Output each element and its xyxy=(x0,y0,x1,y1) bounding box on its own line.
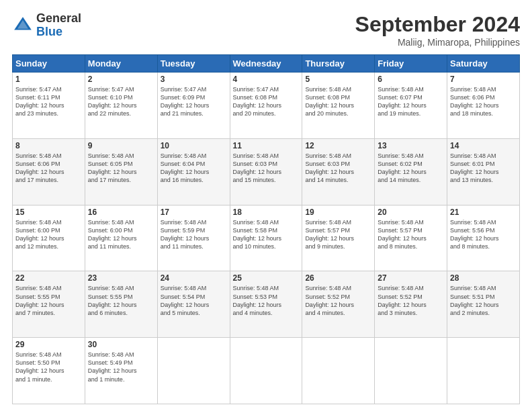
cell-2: 2 Sunrise: 5:47 AMSunset: 6:10 PMDayligh… xyxy=(85,73,157,139)
col-tuesday: Tuesday xyxy=(157,55,230,73)
cell-6: 6 Sunrise: 5:48 AMSunset: 6:07 PMDayligh… xyxy=(375,73,447,139)
cell-17: 17 Sunrise: 5:48 AMSunset: 5:59 PMDaylig… xyxy=(157,205,230,271)
calendar-row-2: 8 Sunrise: 5:48 AMSunset: 6:06 PMDayligh… xyxy=(13,138,520,205)
cell-empty-3 xyxy=(302,338,375,404)
cell-7: 7 Sunrise: 5:48 AMSunset: 6:06 PMDayligh… xyxy=(447,73,520,139)
calendar-row-1: 1 Sunrise: 5:47 AMSunset: 6:11 PMDayligh… xyxy=(13,73,520,139)
cell-15: 15 Sunrise: 5:48 AMSunset: 6:00 PMDaylig… xyxy=(13,205,85,271)
cell-13: 13 Sunrise: 5:48 AMSunset: 6:02 PMDaylig… xyxy=(375,138,447,205)
cell-14: 14 Sunrise: 5:48 AMSunset: 6:01 PMDaylig… xyxy=(447,138,520,205)
col-thursday: Thursday xyxy=(302,55,375,73)
cell-22: 22 Sunrise: 5:48 AMSunset: 5:55 PMDaylig… xyxy=(13,271,85,338)
location: Maliig, Mimaropa, Philippines xyxy=(355,37,520,48)
cell-28: 28 Sunrise: 5:48 AMSunset: 5:51 PMDaylig… xyxy=(447,271,520,338)
cell-empty-5 xyxy=(447,338,520,404)
calendar-row-4: 22 Sunrise: 5:48 AMSunset: 5:55 PMDaylig… xyxy=(13,271,520,338)
cell-30: 30 Sunrise: 5:48 AMSunset: 5:49 PMDaylig… xyxy=(85,338,157,404)
col-friday: Friday xyxy=(375,55,447,73)
cell-8: 8 Sunrise: 5:48 AMSunset: 6:06 PMDayligh… xyxy=(13,138,85,205)
logo-blue-text: Blue xyxy=(36,26,81,39)
cell-3: 3 Sunrise: 5:47 AMSunset: 6:09 PMDayligh… xyxy=(157,73,230,139)
cell-18: 18 Sunrise: 5:48 AMSunset: 5:58 PMDaylig… xyxy=(230,205,302,271)
cell-19: 19 Sunrise: 5:48 AMSunset: 5:57 PMDaylig… xyxy=(302,205,375,271)
cell-12: 12 Sunrise: 5:48 AMSunset: 6:03 PMDaylig… xyxy=(302,138,375,205)
header: General Blue September 2024 Maliig, Mima… xyxy=(12,12,520,48)
cell-4: 4 Sunrise: 5:47 AMSunset: 6:08 PMDayligh… xyxy=(230,73,302,139)
cell-5: 5 Sunrise: 5:48 AMSunset: 6:08 PMDayligh… xyxy=(302,73,375,139)
calendar-header-row: Sunday Monday Tuesday Wednesday Thursday… xyxy=(13,55,520,73)
cell-27: 27 Sunrise: 5:48 AMSunset: 5:52 PMDaylig… xyxy=(375,271,447,338)
logo-general-text: General xyxy=(36,12,81,26)
cell-empty-2 xyxy=(230,338,302,404)
cell-empty-1 xyxy=(157,338,230,404)
logo: General Blue xyxy=(12,12,81,39)
col-sunday: Sunday xyxy=(13,55,85,73)
cell-20: 20 Sunrise: 5:48 AMSunset: 5:57 PMDaylig… xyxy=(375,205,447,271)
cell-21: 21 Sunrise: 5:48 AMSunset: 5:56 PMDaylig… xyxy=(447,205,520,271)
page: General Blue September 2024 Maliig, Mima… xyxy=(0,0,532,411)
cell-24: 24 Sunrise: 5:48 AMSunset: 5:54 PMDaylig… xyxy=(157,271,230,338)
cell-25: 25 Sunrise: 5:48 AMSunset: 5:53 PMDaylig… xyxy=(230,271,302,338)
cell-1: 1 Sunrise: 5:47 AMSunset: 6:11 PMDayligh… xyxy=(13,73,85,139)
cell-10: 10 Sunrise: 5:48 AMSunset: 6:04 PMDaylig… xyxy=(157,138,230,205)
cell-29: 29 Sunrise: 5:48 AMSunset: 5:50 PMDaylig… xyxy=(13,338,85,404)
cell-9: 9 Sunrise: 5:48 AMSunset: 6:05 PMDayligh… xyxy=(85,138,157,205)
cell-23: 23 Sunrise: 5:48 AMSunset: 5:55 PMDaylig… xyxy=(85,271,157,338)
month-year: September 2024 xyxy=(355,12,520,37)
logo-text: General Blue xyxy=(36,12,81,39)
col-wednesday: Wednesday xyxy=(230,55,302,73)
cell-16: 16 Sunrise: 5:48 AMSunset: 6:00 PMDaylig… xyxy=(85,205,157,271)
col-saturday: Saturday xyxy=(447,55,520,73)
calendar-table: Sunday Monday Tuesday Wednesday Thursday… xyxy=(12,54,520,404)
calendar-row-5: 29 Sunrise: 5:48 AMSunset: 5:50 PMDaylig… xyxy=(13,338,520,404)
title-block: September 2024 Maliig, Mimaropa, Philipp… xyxy=(355,12,520,48)
logo-icon xyxy=(12,15,34,36)
calendar-row-3: 15 Sunrise: 5:48 AMSunset: 6:00 PMDaylig… xyxy=(13,205,520,271)
cell-26: 26 Sunrise: 5:48 AMSunset: 5:52 PMDaylig… xyxy=(302,271,375,338)
cell-empty-4 xyxy=(375,338,447,404)
cell-11: 11 Sunrise: 5:48 AMSunset: 6:03 PMDaylig… xyxy=(230,138,302,205)
col-monday: Monday xyxy=(85,55,157,73)
